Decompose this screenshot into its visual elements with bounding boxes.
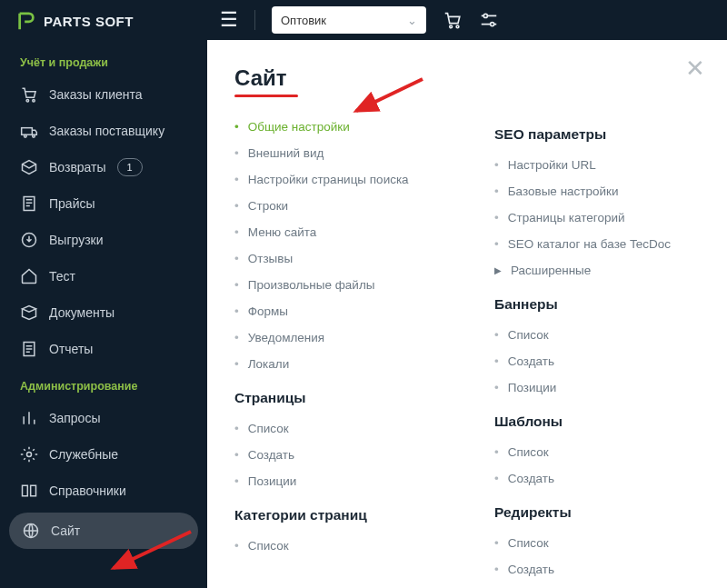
- panel-item[interactable]: Отзывы: [234, 245, 449, 272]
- panel-item-label: Список: [508, 445, 549, 459]
- panel-item[interactable]: Настройки страницы поиска: [234, 166, 449, 193]
- sidebar-item-label: Запросы: [49, 411, 100, 425]
- panel-item[interactable]: Создать: [234, 442, 449, 468]
- sidebar-item-icon: [20, 445, 38, 463]
- panel-item-label: Базовые настройки: [508, 184, 619, 198]
- panel-item[interactable]: Создать: [494, 556, 709, 583]
- sidebar-item[interactable]: Прайсы: [0, 185, 207, 222]
- panel-item-label: Список: [508, 536, 549, 550]
- sidebar-item[interactable]: Документы: [0, 294, 207, 331]
- sidebar-item[interactable]: Сайт: [9, 513, 198, 549]
- close-icon[interactable]: ✕: [685, 55, 705, 83]
- panel-item[interactable]: Формы: [234, 298, 449, 324]
- panel-item-label: Расширенные: [511, 264, 591, 277]
- svg-point-11: [456, 25, 459, 28]
- sidebar-item[interactable]: Тест: [0, 258, 207, 294]
- panel-item[interactable]: Список: [494, 439, 709, 465]
- panel-item-label: Произвольные файлы: [248, 278, 375, 292]
- panel-item[interactable]: Позиции: [234, 468, 449, 494]
- sidebar-item-label: Тест: [49, 269, 75, 284]
- sidebar-item[interactable]: Возвраты1: [0, 149, 207, 185]
- panel-item[interactable]: Локали: [234, 351, 449, 377]
- sidebar-item-label: Служебные: [49, 447, 118, 462]
- panel-item[interactable]: Уведомления: [234, 324, 449, 351]
- sidebar-item-label: Заказы поставщику: [49, 124, 164, 138]
- logo: PARTS SOFT: [0, 0, 207, 44]
- panel-item[interactable]: Меню сайта: [234, 219, 449, 245]
- panel-item-label: Общие настройки: [248, 120, 350, 134]
- topbar: ☰ Оптовик ⌄: [207, 0, 727, 40]
- panel-item-label: Список: [248, 539, 289, 553]
- panel-item-label: Страницы категорий: [508, 211, 625, 224]
- panel-item[interactable]: Строки: [234, 193, 449, 219]
- logo-mark-icon: [16, 11, 36, 31]
- sidebar-item[interactable]: Служебные: [0, 436, 207, 473]
- panel-columns: Общие настройкиВнешний видНастройки стра…: [234, 114, 709, 583]
- sidebar-item-label: Документы: [49, 305, 115, 320]
- panel-item[interactable]: Создать: [494, 465, 709, 492]
- panel-item-label: Позиции: [508, 381, 557, 394]
- group-items: СписокСоздать: [494, 530, 709, 583]
- panel-item[interactable]: SEO каталог на базе TecDoc: [494, 231, 709, 257]
- panel-item-label: Уведомления: [248, 331, 324, 344]
- sidebar-item[interactable]: Отчеты: [0, 331, 207, 367]
- sidebar-item[interactable]: Выгрузки: [0, 222, 207, 258]
- sidebar-item[interactable]: Заказы поставщику: [0, 113, 207, 149]
- nav-sales: Заказы клиентаЗаказы поставщикуВозвраты1…: [0, 76, 207, 367]
- group-title: Баннеры: [494, 296, 709, 313]
- panel-item-label: Список: [248, 422, 289, 435]
- panel-item[interactable]: Расширенные: [494, 257, 709, 284]
- badge: 1: [117, 158, 143, 176]
- panel-item-label: Настройки страницы поиска: [248, 173, 409, 186]
- svg-point-12: [483, 14, 487, 17]
- sidebar-item-label: Отчеты: [49, 342, 93, 356]
- sidebar-item[interactable]: Заказы клиента: [0, 76, 207, 113]
- logo-text: PARTS SOFT: [44, 14, 134, 29]
- svg-point-8: [27, 453, 32, 457]
- panel-item[interactable]: Создать: [494, 348, 709, 374]
- panel-item[interactable]: Список: [494, 530, 709, 556]
- section-label-admin: Администрирование: [0, 367, 207, 400]
- panel-item[interactable]: Общие настройки: [234, 114, 449, 140]
- panel-item[interactable]: Страницы категорий: [494, 204, 709, 231]
- panel-item-label: Создать: [248, 448, 294, 462]
- main: ☰ Оптовик ⌄ ✕ Сайт Общие настройкиВнешни…: [207, 0, 727, 588]
- sidebar-item[interactable]: Запросы: [0, 400, 207, 436]
- sidebar-item[interactable]: Справочники: [0, 473, 207, 509]
- panel-item[interactable]: Список: [494, 322, 709, 348]
- panel-item[interactable]: Позиции: [494, 374, 709, 401]
- panel-item-label: Формы: [248, 304, 288, 318]
- panel-item[interactable]: Список: [234, 415, 449, 442]
- panel-item[interactable]: Настройки URL: [494, 152, 709, 178]
- cart-icon[interactable]: [443, 10, 463, 30]
- sidebar-item-label: Справочники: [49, 483, 126, 498]
- panel-item-label: Создать: [508, 563, 554, 576]
- svg-point-0: [26, 99, 28, 102]
- group-items: Список: [234, 533, 449, 559]
- role-select[interactable]: Оптовик ⌄: [272, 6, 426, 34]
- svg-point-1: [33, 99, 35, 102]
- sidebar-item-icon: [22, 522, 40, 540]
- panel-item[interactable]: Произвольные файлы: [234, 272, 449, 298]
- panel-item-label: Внешний вид: [248, 146, 324, 160]
- svg-point-4: [33, 135, 35, 138]
- sidebar-item-icon: [20, 158, 38, 176]
- panel-col-right: SEO параметрыНастройки URLБазовые настро…: [494, 114, 709, 583]
- panel-title: Сайт: [234, 65, 709, 91]
- panel-item[interactable]: Список: [234, 533, 449, 559]
- panel-item[interactable]: Внешний вид: [234, 140, 449, 166]
- panel-col-left: Общие настройкиВнешний видНастройки стра…: [234, 114, 449, 583]
- sidebar-item-label: Возвраты: [49, 160, 106, 174]
- group-title: Редиректы: [494, 504, 709, 521]
- group-title: Страницы: [234, 390, 449, 406]
- panel-item-label: Список: [508, 328, 549, 342]
- group-items: Настройки URLБазовые настройкиСтраницы к…: [494, 152, 709, 284]
- panel-item-label: SEO каталог на базе TecDoc: [508, 237, 671, 251]
- menu-icon[interactable]: ☰: [220, 8, 238, 32]
- panel-item-label: Создать: [508, 472, 554, 485]
- sidebar-item-icon: [20, 122, 38, 140]
- panel-item-label: Меню сайта: [248, 225, 317, 239]
- group-items: СписокСоздатьПозиции: [234, 415, 449, 494]
- settings-sliders-icon[interactable]: [479, 10, 499, 30]
- panel-item[interactable]: Базовые настройки: [494, 178, 709, 204]
